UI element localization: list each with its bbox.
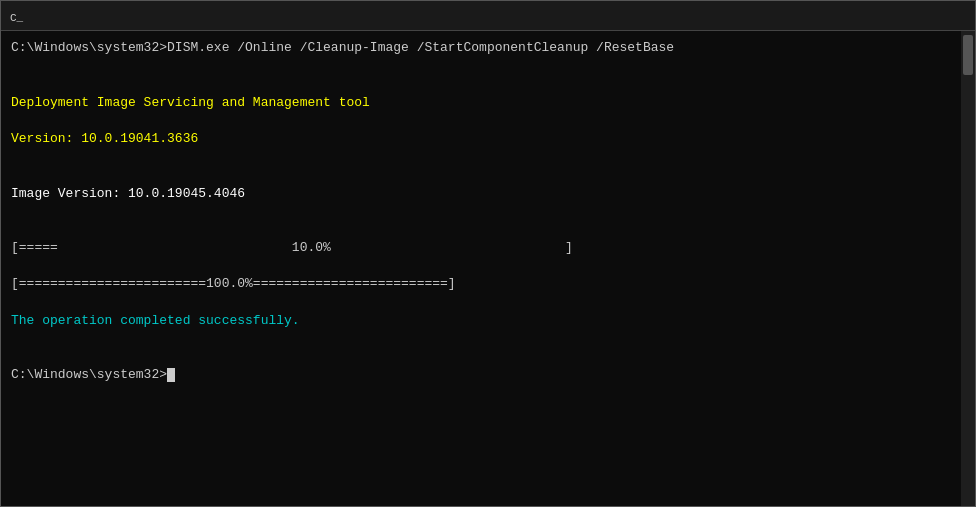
cmd-line: C:\Windows\system32>DISM.exe /Online /Cl… xyxy=(11,39,951,57)
version1: Version: 10.0.19041.3636 xyxy=(11,130,951,148)
tool-name: Deployment Image Servicing and Managemen… xyxy=(11,94,951,112)
title-bar: C_ xyxy=(1,1,975,31)
console-wrapper: C:\Windows\system32>DISM.exe /Online /Cl… xyxy=(1,31,975,506)
title-bar-left: C_ xyxy=(9,8,31,24)
close-button[interactable] xyxy=(921,1,967,31)
console-area[interactable]: C:\Windows\system32>DISM.exe /Online /Cl… xyxy=(1,31,961,506)
minimize-button[interactable] xyxy=(829,1,875,31)
success: The operation completed successfully. xyxy=(11,312,951,330)
prompt: C:\Windows\system32> xyxy=(11,366,951,384)
cursor xyxy=(167,368,175,382)
scrollbar[interactable] xyxy=(961,31,975,506)
scrollbar-thumb[interactable] xyxy=(963,35,973,75)
image-version: Image Version: 10.0.19045.4046 xyxy=(11,185,951,203)
progress-partial: [===== 10.0% ] xyxy=(11,239,951,257)
title-bar-controls xyxy=(829,1,967,31)
progress-full: [========================100.0%=========… xyxy=(11,275,951,293)
window: C_ C:\Windows\system32>DISM.exe /Online … xyxy=(0,0,976,507)
maximize-button[interactable] xyxy=(875,1,921,31)
svg-text:C_: C_ xyxy=(10,12,24,24)
cmd-icon: C_ xyxy=(9,8,25,24)
